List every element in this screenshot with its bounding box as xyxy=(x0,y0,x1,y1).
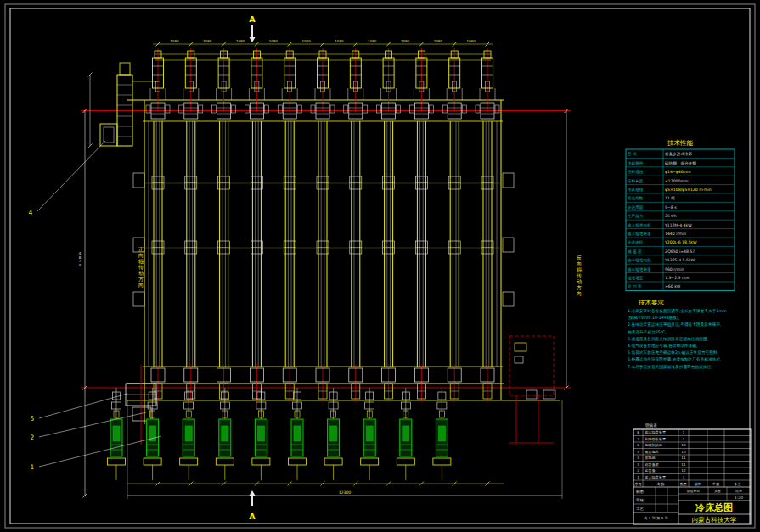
svg-text:7: 7 xyxy=(637,437,639,441)
drawing-title: 冷床总图 xyxy=(695,502,733,513)
svg-text:Y112M-4 4kW: Y112M-4 4kW xyxy=(664,223,692,227)
svg-text:5.负荷试车前应先空载运转2h,确认正常后方可投料。: 5.负荷试车前应先空载运转2h,确认正常后方可投料。 xyxy=(628,350,721,356)
svg-text:Y132S-4 5.5kW: Y132S-4 5.5kW xyxy=(664,258,695,262)
svg-text:1080: 1080 xyxy=(467,39,476,43)
svg-text:1440 r/min: 1440 r/min xyxy=(665,232,686,236)
svg-text:输出辊道装置: 输出辊道装置 xyxy=(645,430,666,435)
svg-text:向: 向 xyxy=(577,260,582,266)
svg-text:11: 11 xyxy=(681,462,686,467)
svg-text:1080: 1080 xyxy=(203,39,212,43)
svg-text:5: 5 xyxy=(637,450,639,454)
svg-text:(按JB/T5000.10-1998验收)。: (按JB/T5000.10-1998验收)。 xyxy=(628,315,682,321)
svg-text:输入辊道装置: 输入辊道装置 xyxy=(645,475,666,480)
svg-text:12300: 12300 xyxy=(339,490,351,495)
svg-text:型 式: 型 式 xyxy=(627,151,637,157)
rack-columns xyxy=(146,48,499,402)
svg-text:传: 传 xyxy=(577,272,582,278)
svg-text:Y200L-6 18.5kW: Y200L-6 18.5kW xyxy=(664,240,697,244)
organization-name: 内蒙古科技大学 xyxy=(692,516,737,524)
svg-text:向: 向 xyxy=(577,290,582,296)
svg-text:25 t/h: 25 t/h xyxy=(665,214,677,218)
spec-table: 型 式齿条步进式冷床冷却钢种碳结钢、低合金钢坯料规格φ14~φ40mm坯料长度≤… xyxy=(626,149,735,290)
svg-text:1: 1 xyxy=(683,475,685,479)
svg-text:动: 动 xyxy=(577,278,582,284)
svg-text:辊道速度: 辊道速度 xyxy=(628,276,644,281)
svg-text:2: 2 xyxy=(637,468,639,473)
svg-text:φ5×108/φ5×120 m·min: φ5×108/φ5×120 m·min xyxy=(665,188,712,192)
svg-text:数量: 数量 xyxy=(680,482,687,486)
section-marker-bottom: A xyxy=(249,512,256,521)
svg-text:质量: 质量 xyxy=(714,489,721,493)
svg-text:1: 1 xyxy=(683,430,685,434)
svg-text:电磁制动器: 电磁制动器 xyxy=(645,443,662,447)
svg-text:1: 1 xyxy=(683,437,685,441)
svg-text:7.未尽事宜按有关国家标准及供需双方协议执行。: 7.未尽事宜按有关国家标准及供需双方协议执行。 xyxy=(628,364,715,370)
svg-text:5: 5 xyxy=(31,415,35,423)
svg-text:2: 2 xyxy=(31,434,35,441)
svg-text:传: 传 xyxy=(138,264,144,270)
spec-table-title: 技术性能 xyxy=(667,139,694,147)
svg-text:生产能力: 生产能力 xyxy=(628,214,643,219)
svg-text:单重: 单重 xyxy=(712,482,720,486)
title-block: 8输出辊道装置17升降挡板装置16电磁制动器105减速电机104联轴器113动齿… xyxy=(633,423,751,524)
side-guides xyxy=(133,173,514,306)
cad-canvas: 1080108010801080108010801080108010801080… xyxy=(0,0,760,532)
svg-text:1080: 1080 xyxy=(302,39,312,43)
svg-text:轴承温升不超过35℃。: 轴承温升不超过35℃。 xyxy=(628,329,669,335)
svg-text:≈60 kW: ≈60 kW xyxy=(665,284,681,288)
svg-text:11 组: 11 组 xyxy=(665,196,675,200)
callout-leaders: 4521 xyxy=(29,141,161,471)
svg-text:阶段标记: 阶段标记 xyxy=(687,489,700,493)
svg-text:1.冷床安装时各齿条面应调平,全长水平误差不大于1mm: 1.冷床安装时各齿条面应调平,全长水平误差不大于1mm xyxy=(628,308,727,314)
svg-text:4.电气设备接地应可靠,各联锁动作准确。: 4.电气设备接地应可靠,各联锁动作准确。 xyxy=(628,343,701,349)
svg-text:1.5~2.5 m/s: 1.5~2.5 m/s xyxy=(665,276,690,280)
svg-text:10: 10 xyxy=(681,450,686,454)
svg-text:1080: 1080 xyxy=(170,39,179,43)
svg-text:步进周期: 步进周期 xyxy=(628,205,644,210)
svg-text:坯料长度: 坯料长度 xyxy=(627,179,644,184)
machine-frame xyxy=(81,54,571,424)
svg-text:联轴器: 联轴器 xyxy=(645,456,656,460)
svg-text:1080: 1080 xyxy=(236,39,245,43)
motor-units xyxy=(108,388,451,480)
svg-text:动齿条梁: 动齿条梁 xyxy=(645,462,660,467)
svg-text:输入辊道转速: 输入辊道转速 xyxy=(627,232,651,237)
svg-text:总 功 率: 总 功 率 xyxy=(628,284,642,288)
svg-text:坯料规格: 坯料规格 xyxy=(627,169,644,175)
tech-requirements-title: 技术要求 xyxy=(638,299,665,306)
svg-text:齿条组数: 齿条组数 xyxy=(628,196,644,200)
svg-text:材料: 材料 xyxy=(694,482,702,487)
svg-text:向: 向 xyxy=(138,282,144,288)
svg-text:11: 11 xyxy=(681,456,686,460)
svg-text:向: 向 xyxy=(138,252,144,258)
svg-text:输入辊道电机: 输入辊道电机 xyxy=(627,223,651,228)
svg-text:1080: 1080 xyxy=(434,39,443,43)
svg-text:960 r/min: 960 r/min xyxy=(665,267,684,272)
svg-text:1080: 1080 xyxy=(335,39,344,43)
svg-text:0: 0 xyxy=(79,263,82,267)
svg-text:冷却钢种: 冷却钢种 xyxy=(628,160,644,165)
section-marker-top: A xyxy=(249,14,256,24)
svg-text:齿条步进式冷床: 齿条步进式冷床 xyxy=(665,152,693,157)
svg-text:3: 3 xyxy=(637,462,639,467)
svg-text:碳结钢、低合金钢: 碳结钢、低合金钢 xyxy=(664,160,696,165)
detail-box xyxy=(509,336,555,443)
svg-text:审核: 审核 xyxy=(636,498,644,502)
svg-text:明细表: 明细表 xyxy=(645,423,657,428)
svg-text:2.各传动装置运转应平稳灵活,不得有卡阻及异常噪声,: 2.各传动装置运转应平稳灵活,不得有卡阻及异常噪声, xyxy=(628,322,722,328)
svg-text:4: 4 xyxy=(29,209,33,216)
svg-text:4: 4 xyxy=(637,456,639,460)
svg-text:动: 动 xyxy=(138,270,144,276)
svg-text:6: 6 xyxy=(637,443,639,447)
svg-text:12: 12 xyxy=(681,468,686,473)
svg-text:共 1 张 第 1 张: 共 1 张 第 1 张 xyxy=(644,516,669,520)
svg-text:10: 10 xyxy=(681,443,686,447)
svg-text:反: 反 xyxy=(577,255,582,260)
svg-text:比例: 比例 xyxy=(735,489,742,493)
svg-text:1:20: 1:20 xyxy=(735,496,743,500)
svg-text:步进电机: 步进电机 xyxy=(628,240,644,245)
svg-text:3.减速器及各润滑点按润滑表定期加注润滑脂。: 3.减速器及各润滑点按润滑表定期加注润滑脂。 xyxy=(628,336,711,342)
svg-text:工艺: 工艺 xyxy=(636,507,644,511)
svg-text:1080: 1080 xyxy=(269,39,279,43)
svg-text:φ14~φ40mm: φ14~φ40mm xyxy=(665,170,691,174)
